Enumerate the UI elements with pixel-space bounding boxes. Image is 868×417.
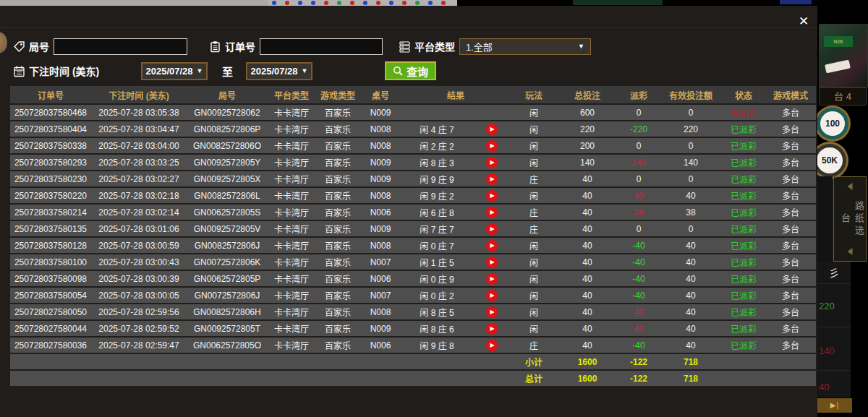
payout-cell: -40 — [618, 288, 660, 303]
bead-dot — [402, 1, 407, 5]
chip-50k: 50K — [813, 144, 846, 177]
result-cell: 闲 0 庄 2 — [401, 288, 473, 303]
round-input[interactable] — [54, 38, 187, 55]
empty-cell — [360, 354, 401, 369]
replay-play-button[interactable]: ▶ — [486, 207, 498, 218]
time-cell: 2025-07-28 03:00:05 — [91, 288, 187, 303]
payout-cell: 40 — [618, 188, 660, 203]
bead-dot — [272, 1, 276, 5]
replay-play-button[interactable]: ▶ — [486, 340, 498, 351]
column-header: 结果 — [401, 86, 511, 103]
chip-100: 100 — [817, 108, 848, 139]
total-bet-cell: 40 — [557, 205, 618, 220]
replay-play-button[interactable]: ▶ — [486, 306, 498, 318]
game-type-cell: 百家乐 — [315, 121, 360, 137]
table-no-cell: N006 — [360, 205, 401, 220]
table-no-cell: N006 — [360, 338, 401, 353]
stat-number: 40 — [817, 382, 851, 392]
bead-dot — [415, 1, 420, 5]
chevron-down-icon: ▼ — [578, 43, 584, 50]
replay-play-button[interactable]: ▶ — [486, 257, 498, 268]
valid-bet-cell: 40 — [660, 188, 722, 203]
replay-play-button[interactable]: ▶ — [486, 173, 498, 185]
replay-cell: ▶ — [473, 271, 511, 286]
bead-dot — [441, 1, 446, 5]
round-cell: GN0092572805V — [187, 221, 268, 236]
column-header: 订单号 — [10, 86, 91, 103]
game-type-cell: 百家乐 — [315, 171, 360, 186]
replay-play-button[interactable]: ▶ — [486, 157, 498, 168]
status-cell: 已派彩 — [722, 338, 765, 353]
empty-cell — [401, 371, 473, 386]
table-row: 2507280375802202025-07-28 03:02:18GN0082… — [10, 188, 816, 203]
platform-label: 平台类型 — [414, 39, 455, 53]
status-cell: 已派彩 — [722, 254, 765, 270]
empty-cell — [473, 371, 511, 386]
side-cell: 庄 — [511, 221, 557, 236]
order-cell: 250728037580468 — [10, 105, 91, 120]
game-type-cell: 百家乐 — [315, 338, 360, 353]
time-cell: 2025-07-28 03:03:25 — [91, 155, 187, 170]
time-cell: 2025-07-28 03:02:18 — [91, 188, 187, 203]
total-bet-cell: 40 — [557, 304, 618, 319]
order-cell: 250728037580100 — [10, 254, 91, 270]
status-cell: 已派彩 — [722, 155, 765, 170]
table-no-cell: N009 — [360, 321, 401, 336]
valid-bet-cell: 0 — [660, 221, 722, 236]
replay-play-button[interactable]: ▶ — [486, 124, 498, 135]
date-from-picker[interactable]: 2025/07/28 ▼ — [141, 62, 208, 80]
order-cell: 250728037580338 — [10, 138, 91, 153]
table-row: 2507280275800442025-07-28 02:59:52GN0092… — [10, 321, 816, 336]
side-cell: 闲 — [511, 271, 557, 286]
round-cell: GN0082572806L — [187, 188, 268, 203]
empty-cell — [187, 354, 268, 369]
replay-play-button[interactable]: ▶ — [486, 190, 498, 202]
order-input[interactable] — [260, 38, 383, 55]
empty-cell — [360, 371, 401, 386]
status-cell: 已派彩 — [722, 171, 765, 186]
order-cell: 250728037580054 — [10, 288, 91, 303]
result-cell: 闲 1 庄 5 — [401, 254, 473, 270]
game-type-cell: 百家乐 — [315, 238, 360, 253]
replay-play-button[interactable]: ▶ — [486, 240, 498, 252]
side-cell: 闲 — [511, 138, 557, 153]
background-stat-panel: 彡 220 140 40 — [817, 262, 851, 397]
replay-play-button[interactable]: ▶ — [486, 290, 498, 301]
payout-cell: -40 — [618, 271, 660, 286]
bead-dot — [363, 1, 367, 5]
valid-bet-cell: 0 — [660, 105, 722, 120]
close-icon[interactable]: ✕ — [794, 13, 813, 30]
result-cell: 闲 2 庄 2 — [401, 138, 473, 153]
total-bet-cell: 40 — [557, 321, 618, 336]
result-cell: 闲 7 庄 7 — [401, 221, 473, 236]
bet-records-table: 订单号下注时间 (美东)局号平台类型游戏类型桌号结果玩法总投注派彩有效投注额状态… — [10, 85, 816, 387]
filter-bar: 局号 订单号 平台类型 1.全部 ▼ — [13, 36, 810, 81]
column-header: 桌号 — [360, 86, 401, 103]
order-label-group: 订单号 — [209, 39, 255, 53]
payout-cell: 0 — [618, 221, 660, 236]
status-cell: 已派彩 — [722, 205, 765, 220]
date-to-picker[interactable]: 2025/07/28 ▼ — [246, 62, 312, 80]
platform-cell: 卡卡湾厅 — [268, 221, 315, 236]
replay-play-button[interactable]: ▶ — [486, 323, 498, 335]
time-cell: 2025-07-28 03:04:47 — [91, 121, 187, 137]
payout-cell: 40 — [618, 321, 660, 336]
status-cell: 已派彩 — [722, 221, 765, 236]
game-type-cell: 百家乐 — [315, 304, 360, 319]
replay-play-button[interactable]: ▶ — [486, 273, 498, 285]
mode-cell: 多台 — [765, 205, 816, 220]
order-cell: 250728037580230 — [10, 171, 91, 186]
payout-cell: -40 — [618, 238, 660, 253]
roadmap-grid — [0, 0, 268, 6]
platform-select[interactable]: 1.全部 ▼ — [459, 38, 591, 55]
time-cell: 2025-07-28 03:02:27 — [91, 171, 187, 186]
total-bet-cell: 140 — [557, 155, 618, 170]
round-cell: GN0062572805O — [187, 338, 268, 353]
replay-play-button[interactable]: ▶ — [486, 223, 498, 235]
replay-play-button[interactable]: ▶ — [486, 140, 498, 152]
empty-cell — [765, 354, 816, 369]
query-button[interactable]: 查询 — [385, 61, 436, 80]
order-cell: 250728037580220 — [10, 188, 91, 203]
order-label: 订单号 — [225, 39, 255, 53]
platform-cell: 卡卡湾厅 — [268, 254, 315, 270]
